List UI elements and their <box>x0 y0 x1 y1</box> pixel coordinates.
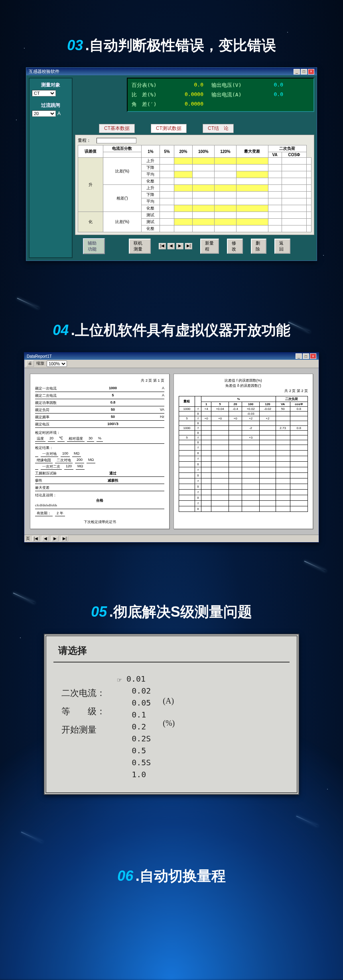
print-icon[interactable]: 🖨 <box>26 361 34 367</box>
status-display: 百分表(%)0.0 输出电压(V)0.0 比 差(%)0.0000 输出电流(A… <box>127 78 314 112</box>
nav-controls: |◀ ◀ ▶ ▶| <box>159 243 192 249</box>
trip-select[interactable]: 20 <box>32 110 56 117</box>
zoom-label: 缩放 <box>36 361 44 367</box>
titlebar-2: DataReport1T _ □ × <box>24 353 319 360</box>
pages-label: 页 <box>26 536 30 541</box>
table-row: 5f+0+0+0+2+2 <box>179 416 308 421</box>
sb-prev-icon[interactable]: ◀ <box>42 536 49 541</box>
report-row: 额定电压100/√3 <box>35 421 164 428</box>
table-row: δ <box>179 495 308 501</box>
table-row: δ-0.03 <box>179 412 308 416</box>
last-icon[interactable]: ▶| <box>185 243 192 249</box>
table-row: 5f+3 <box>179 435 308 440</box>
report-row: 额定频率50Hz <box>35 414 164 421</box>
table-row: 1000f+4+0.04-0.4+0.02-0.02500.8 <box>179 407 308 412</box>
lcd-title: 请选择 <box>53 642 290 659</box>
table-row: δ <box>179 421 308 426</box>
th-err: 误差值 <box>78 145 103 158</box>
page2-num: 共 2 页 第 2 页 <box>179 388 308 394</box>
trip-label: 过流跳闸 <box>32 102 69 109</box>
delete-button[interactable]: 删除 <box>251 239 267 254</box>
lcd-panel: 请选择 二次电流： 等 级： 开始测量 ☞ 0.01 0.02 0.05 0.1… <box>44 634 299 795</box>
iout-label: 输出电流(A) <box>211 91 255 98</box>
aux-button[interactable]: 辅助功能 <box>83 238 105 254</box>
table-row: δ <box>179 440 308 445</box>
statusbar-2: 页 |◀ ◀ ▶ ▶| <box>24 535 319 542</box>
env-label: 检定时的环境： <box>35 430 164 435</box>
pct-val: 0.0 <box>175 82 203 89</box>
sb-last-icon[interactable]: ▶| <box>61 536 68 541</box>
section-05-title: 05.彻底解决S级测量问题 <box>0 602 343 622</box>
window-title-1: 互感器校验软件 <box>29 69 59 74</box>
p2-t2: 角差值 δ 的误差因数(′) <box>179 383 308 388</box>
lcd-labels: 二次电流： 等 级： 开始测量 <box>61 668 105 780</box>
report-page-1: 共 2 页 第 1 页 额定一次电流1000A额定二次电流5A额定功率因数0.8… <box>30 374 170 529</box>
ct-table: 误差值 电流百分数 1%5% 20%100% 120%最大变差 二次负荷 VAC… <box>78 145 311 232</box>
table-row: δ <box>179 431 308 435</box>
table-row: δ <box>179 506 308 512</box>
report-row: 额定一次电流1000A <box>35 386 164 392</box>
table-row: δ <box>179 451 308 456</box>
report-row: 额定功率因数0.8 <box>35 400 164 406</box>
app-window-1: 互感器校验软件 _ □ × 测量对象 CT 过流跳闸 20 A <box>26 67 317 261</box>
table-row: δ <box>179 484 308 490</box>
group-chem: 化 <box>78 212 103 232</box>
table-row: 1000f-22.730.8 <box>179 426 308 431</box>
ct-test-area: 量程： 误差值 电流百分数 1%5% 20%100% 120%最大变差 二次负荷… <box>75 135 314 235</box>
minimize-icon-2[interactable]: _ <box>296 353 302 359</box>
link-button[interactable]: 联机测量 <box>129 239 151 254</box>
maximize-icon[interactable]: □ <box>301 69 307 74</box>
return-button[interactable]: 返回 <box>274 239 290 254</box>
maximize-icon-2[interactable]: □ <box>303 353 309 359</box>
result-label: 检定结果： <box>35 445 164 451</box>
th-pct: 电流百分数 <box>103 145 141 152</box>
tab-bar: CT基本数据 CT测试数据 CT结 论 <box>75 124 314 133</box>
report-window: DataReport1T _ □ × 🖨 缩放 100% 共 2 页 第 1 页… <box>24 352 319 543</box>
tab-test[interactable]: CT测试数据 <box>151 124 187 133</box>
close-icon-2[interactable]: × <box>310 353 316 359</box>
ang-label: 角 差(′) <box>132 101 168 108</box>
lcd-l3: 开始测量 <box>61 721 105 739</box>
hand-cursor-icon: ☞ <box>117 674 122 685</box>
lcd-values[interactable]: ☞ 0.01 0.02 0.05 0.1 0.2 0.2S 0.5 0.5S 1… <box>117 668 151 780</box>
table-row: f <box>179 445 308 451</box>
measure-obj-label: 测量对象 <box>32 82 69 88</box>
close-icon[interactable]: × <box>308 69 314 74</box>
table-row: f <box>179 467 308 473</box>
table-row: f <box>179 456 308 462</box>
tab-basic[interactable]: CT基本数据 <box>99 124 135 133</box>
vout-val: 0.0 <box>263 82 283 89</box>
left-panel: 测量对象 CT 过流跳闸 20 A <box>29 78 73 258</box>
table-row: δ <box>179 473 308 478</box>
measure-obj-select[interactable]: CT <box>32 90 56 96</box>
sb-first-icon[interactable]: |◀ <box>32 536 39 541</box>
p2-t1: 比差值 f 的误差因数(%) <box>179 378 308 383</box>
report-row: 额定二次电流5A <box>35 393 164 399</box>
toolbar-2: 🖨 缩放 100% <box>24 360 319 368</box>
report-table-2: 量程 %二次负荷 1520 100120 VAcosΦ 1000f+4+0.04… <box>179 396 308 512</box>
modify-button[interactable]: 修改 <box>227 239 243 254</box>
iout-val: 0.0 <box>263 91 283 98</box>
range-input[interactable] <box>97 138 136 143</box>
prev-icon[interactable]: ◀ <box>168 243 175 249</box>
next-icon[interactable]: ▶ <box>176 243 183 249</box>
lcd-l2: 等 级： <box>61 702 105 721</box>
titlebar-1: 互感器校验软件 _ □ × <box>26 68 317 75</box>
button-bar: 辅助功能 联机测量 |◀ ◀ ▶ ▶| 新量程 修改 删除 返回 <box>75 235 314 258</box>
range-label: 量程： <box>78 137 91 143</box>
section-03-title: 03.自动判断极性错误，变比错误 <box>0 36 343 55</box>
tab-conclusion[interactable]: CT结 论 <box>203 124 234 133</box>
first-icon[interactable]: |◀ <box>159 243 166 249</box>
ratio-val: 0.0000 <box>175 91 203 98</box>
ang-val: 0.0000 <box>175 101 203 108</box>
report-page-2: 比差值 f 的误差因数(%) 角差值 δ 的误差因数(′) 共 2 页 第 2 … <box>173 374 313 529</box>
pct-label: 百分表(%) <box>132 82 168 89</box>
lcd-l1: 二次电流： <box>61 684 105 702</box>
newrange-button[interactable]: 新量程 <box>200 239 219 254</box>
ratio-label: 比 差(%) <box>132 91 168 98</box>
window-title-2: DataReport1T <box>27 354 52 359</box>
minimize-icon[interactable]: _ <box>294 69 300 74</box>
sb-next-icon[interactable]: ▶ <box>51 536 59 541</box>
report-row: 额定负荷50VA <box>35 407 164 414</box>
zoom-select[interactable]: 100% <box>47 361 67 367</box>
